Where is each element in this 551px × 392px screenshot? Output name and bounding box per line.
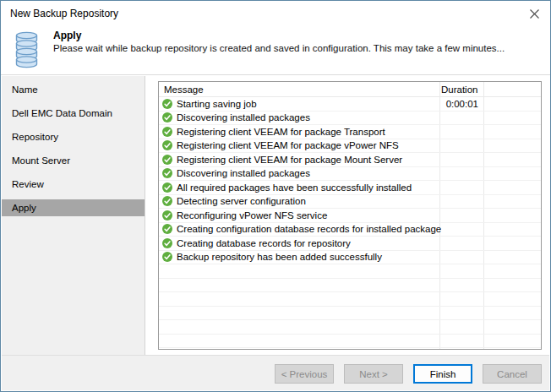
sidebar-item-mount-server[interactable]: Mount Server: [2, 149, 145, 172]
titlebar: New Backup Repository: [1, 1, 550, 25]
log-row-empty: [159, 335, 541, 349]
log-row[interactable]: Discovering installed packages: [159, 112, 541, 126]
log-message-text: Creating configuration database records …: [177, 224, 441, 234]
success-check-icon: [162, 182, 172, 193]
log-row[interactable]: All required packages have been successf…: [159, 181, 541, 195]
sidebar-item-name[interactable]: Name: [2, 78, 145, 101]
sidebar-item-repository[interactable]: Repository: [2, 125, 145, 149]
log-row[interactable]: Creating database records for repository: [159, 237, 541, 251]
table-body: Starting saving job0:00:01Discovering in…: [159, 97, 541, 348]
log-row[interactable]: Backup repository has been added success…: [159, 251, 541, 265]
progress-log-table: Message Duration Starting saving job0:00…: [158, 81, 542, 350]
close-icon: [529, 8, 540, 19]
success-check-icon: [162, 168, 172, 178]
wizard-steps-sidebar: NameDell EMC Data DomainRepositoryMount …: [2, 76, 145, 356]
log-message-text: Reconfiguring vPower NFS service: [177, 210, 327, 220]
log-row[interactable]: Starting saving job0:00:01: [159, 97, 541, 112]
success-check-icon: [162, 112, 172, 122]
database-stack-icon: [11, 30, 42, 70]
log-row-empty: [159, 320, 541, 335]
log-message-text: All required packages have been successf…: [177, 182, 412, 193]
log-row[interactable]: Reconfiguring vPower NFS service: [159, 209, 541, 223]
success-check-icon: [162, 238, 172, 248]
message-column-header[interactable]: Message: [159, 84, 439, 95]
log-message-cell: Discovering installed packages: [159, 112, 439, 122]
log-row[interactable]: Registering client VEEAM for package Mou…: [159, 153, 541, 167]
log-message-cell: Registering client VEEAM for package Mou…: [159, 155, 439, 165]
log-message-cell: Discovering installed packages: [159, 168, 439, 178]
log-row-empty: [159, 264, 541, 279]
log-message-text: Registering client VEEAM for package vPo…: [177, 140, 399, 150]
step-description: Please wait while backup repository is c…: [53, 43, 505, 53]
log-message-cell: Registering client VEEAM for package Tra…: [159, 127, 439, 137]
log-message-cell: Creating database records for repository: [159, 238, 439, 248]
log-message-cell: All required packages have been successf…: [159, 182, 439, 193]
log-message-text: Discovering installed packages: [177, 112, 310, 122]
log-message-text: Discovering installed packages: [177, 168, 310, 178]
log-message-cell: Registering client VEEAM for package vPo…: [159, 140, 439, 150]
log-row[interactable]: Registering client VEEAM for package vPo…: [159, 139, 541, 154]
sidebar-item-review[interactable]: Review: [2, 172, 145, 196]
success-check-icon: [162, 224, 172, 234]
table-header-row: Message Duration: [159, 82, 541, 97]
previous-button: < Previous: [275, 364, 334, 384]
sidebar-item-apply[interactable]: Apply: [2, 199, 145, 216]
log-message-text: Detecting server configuration: [177, 196, 306, 206]
log-message-text: Registering client VEEAM for package Mou…: [177, 155, 402, 165]
log-row-empty: [159, 279, 541, 293]
duration-column-header[interactable]: Duration: [439, 84, 483, 95]
success-check-icon: [162, 99, 172, 109]
log-duration-cell: 0:00:01: [439, 99, 483, 109]
main-content: Message Duration Starting saving job0:00…: [146, 76, 549, 356]
log-row-empty: [159, 292, 541, 307]
cancel-button: Cancel: [483, 364, 542, 384]
next-button: Next >: [344, 364, 403, 384]
log-message-text: Registering client VEEAM for package Tra…: [177, 127, 385, 137]
log-row[interactable]: Detecting server configuration: [159, 195, 541, 210]
log-row-empty: [159, 307, 541, 321]
step-title: Apply: [53, 30, 81, 41]
success-check-icon: [162, 127, 172, 137]
log-message-text: Backup repository has been added success…: [177, 252, 382, 262]
finish-button[interactable]: Finish: [413, 364, 472, 384]
log-message-text: Creating database records for repository: [177, 238, 351, 248]
log-message-cell: Backup repository has been added success…: [159, 252, 439, 262]
success-check-icon: [162, 155, 172, 165]
log-message-cell: Creating configuration database records …: [159, 224, 441, 234]
close-button[interactable]: [526, 6, 543, 21]
log-message-text: Starting saving job: [177, 99, 257, 109]
new-backup-repository-dialog: New Backup Repository A: [0, 0, 551, 392]
log-row[interactable]: Creating configuration database records …: [159, 223, 541, 237]
window-title: New Backup Repository: [10, 8, 118, 19]
wizard-step-header: Apply Please wait while backup repositor…: [1, 25, 550, 75]
log-message-cell: Reconfiguring vPower NFS service: [159, 210, 439, 220]
success-check-icon: [162, 252, 172, 262]
sidebar-item-dell-emc-data-domain[interactable]: Dell EMC Data Domain: [2, 101, 145, 125]
success-check-icon: [162, 196, 172, 206]
success-check-icon: [162, 210, 172, 220]
log-row[interactable]: Registering client VEEAM for package Tra…: [159, 125, 541, 139]
success-check-icon: [162, 140, 172, 150]
log-message-cell: Detecting server configuration: [159, 196, 439, 206]
log-message-cell: Starting saving job: [159, 99, 439, 109]
log-row[interactable]: Discovering installed packages: [159, 167, 541, 182]
wizard-footer: < PreviousNext >FinishCancel: [2, 355, 549, 390]
